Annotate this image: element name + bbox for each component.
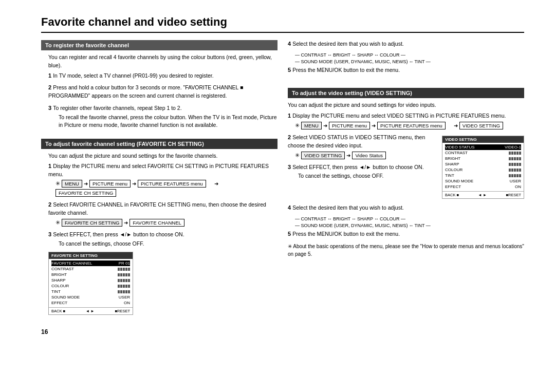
step-text-2: Press and hold a colour button for 3 sec… — [48, 84, 243, 99]
step-text-1: In TV mode, select a TV channel (PR01-99… — [53, 72, 213, 79]
screen-video-footer: BACK ■ ◄ ► ■RESET — [442, 191, 524, 198]
section-register-header: To register the favorite channel — [41, 40, 278, 50]
nav-path-2: ✳ FAVORITE CH SETTING ➜ FAVORITE CHANNEL — [55, 219, 278, 227]
screen-row-v-colour: COLOUR — [445, 167, 521, 173]
step-right-text-4a: Select the desired item that you wish to… — [292, 41, 404, 47]
step-right-4b: 4 Select the desired item that you wish … — [288, 204, 524, 212]
step-num-3: 3 — [48, 105, 51, 111]
fav-ch-setting-box2: FAVORITE CH SETTING — [62, 219, 122, 227]
section-fav-ch: To adjust favorite channel setting (FAVO… — [41, 139, 278, 318]
step-fav-num-1: 1 — [48, 163, 51, 169]
picture-menu-box-v: PICTURE menu — [329, 122, 370, 129]
page-title: Favorite channel and video setting — [41, 15, 524, 33]
screen-fav-body: FAVORITE CHANNEL PR 01 CONTRAST — [49, 259, 133, 307]
step-right-num-4a: 4 — [288, 41, 291, 47]
section-video: To adjust the video setting (VIDEO SETTI… — [288, 88, 524, 258]
step-right-num-5a: 5 — [288, 67, 291, 73]
step-fav-text-3b: To cancel the settings, choose OFF. — [59, 240, 144, 247]
screen-fav-ch: FAVORITE CH SETTING FAVORITE CHANNEL PR … — [48, 252, 133, 315]
step-fav-num-2: 2 — [48, 201, 51, 208]
menu-box-v: MENU — [301, 122, 322, 129]
star-v2: ✳ — [295, 152, 300, 159]
step-fav-3: 3 Select EFFECT, then press ◄/► button t… — [48, 231, 278, 248]
menu-box: MENU — [62, 180, 82, 188]
fav-ch-setting-box: FAVORITE CH SETTING — [55, 189, 116, 197]
screen-row-contrast: CONTRAST — [51, 266, 130, 272]
screen-fav-footer: BACK ■ ◄ ► ■RESET — [49, 307, 133, 314]
screen-row-bright: BRIGHT — [51, 272, 130, 277]
screen-video-title: VIDEO SETTING — [442, 136, 524, 143]
fav-channel-box: FAVORITE CHANNEL — [130, 219, 184, 227]
right-top-steps: 4 Select the desired item that you wish … — [288, 40, 524, 79]
screen-row-v-tint: TINT — [445, 173, 521, 178]
left-column: To register the favorite channel You can… — [41, 40, 278, 335]
video-setting-nav-box: VIDEO SETTING — [301, 152, 345, 159]
step-right-text-5a: Press the MENU/OK button to exit the men… — [292, 67, 400, 73]
video-setting-box: VIDEO SETTING — [459, 122, 503, 129]
step-register-2: 2 Press and hold a colour button for 3 s… — [48, 84, 278, 100]
step-video-num-1: 1 — [288, 113, 291, 119]
step-fav-2: 2 Select FAVORITE CHANNEL in FAVORITE CH… — [48, 201, 278, 227]
screen-row-sharp: SHARP — [51, 277, 130, 283]
nav-path-video-2: ✳ VIDEO SETTING ➜ Video Status — [295, 152, 435, 159]
nav-path-video-1: ✳ MENU ➜ PICTURE menu ➜ PICTURE FEATURES… — [295, 122, 524, 129]
screen-row-v-sharp: SHARP — [445, 161, 521, 167]
footnote: ✳ About the basic operations of the menu… — [288, 242, 524, 258]
step-text-3a: To register other favorite channels, rep… — [53, 105, 181, 111]
screen-row-v-bright: BRIGHT — [445, 156, 521, 161]
screen-row-fav-channel: FAVORITE CHANNEL PR 01 — [51, 260, 130, 266]
step-right-num-4b: 4 — [288, 204, 291, 211]
step-video-text-3b: To cancel the settings, choose OFF. — [298, 173, 383, 179]
right-column: 4 Select the desired item that you wish … — [288, 40, 524, 335]
screen-row-v-effect: EFFECT ON — [445, 184, 521, 190]
section-fav-ch-header: To adjust favorite channel setting (FAVO… — [41, 139, 278, 149]
step-register-1: 1 In TV mode, select a TV channel (PR01-… — [48, 72, 278, 80]
section-register-intro: You can register and recall 4 favorite c… — [48, 53, 278, 70]
contrast-line-bottom: — CONTRAST ↔ BRIGHT ↔ SHARP ↔ COLOUR — — [295, 216, 524, 221]
step-right-4a: 4 Select the desired item that you wish … — [288, 40, 524, 48]
screen-row-tint: TINT — [51, 289, 130, 294]
step-right-num-5b: 5 — [288, 231, 291, 237]
step-right-text-5b: Press the MENU/OK button to exit the men… — [292, 231, 400, 237]
sound-line-top: — SOUND MODE (USER, DYNAMIC, MUSIC, NEWS… — [295, 59, 524, 64]
screen-row-effect: EFFECT ON — [51, 300, 130, 306]
step-fav-1: 1 Display the PICTURE menu and select FA… — [48, 162, 278, 197]
step-video-2-container: VIDEO SETTING VIDEO STATUS VIDEO-1 CONTR… — [288, 134, 524, 201]
section-fav-ch-intro: You can adjust the picture and sound set… — [48, 152, 278, 160]
section-video-header: To adjust the video setting (VIDEO SETTI… — [288, 88, 524, 98]
step-fav-num-3: 3 — [48, 231, 51, 237]
step-num-1: 1 — [48, 72, 51, 79]
star-2: ✳ — [55, 219, 60, 226]
page-number: 16 — [41, 328, 278, 335]
picture-menu-box: PICTURE menu — [89, 180, 131, 188]
step-video-text-3a: Select EFFECT, then press ◄/► button to … — [292, 164, 423, 170]
step-video-num-2: 2 — [288, 134, 291, 140]
screen-row-v-contrast: CONTRAST — [445, 150, 521, 156]
screen-row-colour: COLOUR — [51, 283, 130, 289]
step-video-1: 1 Display the PICTURE menu and select VI… — [288, 112, 524, 129]
screen-fav-title: FAVORITE CH SETTING — [49, 252, 133, 259]
picture-features-box: PICTURE FEATURES menu — [138, 180, 206, 188]
step-video-text-1: Display the PICTURE menu and select VIDE… — [292, 113, 506, 119]
screen-row-v-sound: SOUND MODE USER — [445, 178, 521, 184]
screen-row-sound: SOUND MODE USER — [51, 294, 130, 300]
nav-path-1: ✳ MENU ➜ PICTURE menu ➜ PICTURE FEATURES… — [55, 180, 278, 197]
section-register: To register the favorite channel You can… — [41, 40, 278, 134]
step-num-2: 2 — [48, 84, 51, 90]
step-right-5a: 5 Press the MENU/OK button to exit the m… — [288, 66, 524, 74]
step-register-3: 3 To register other favorite channels, r… — [48, 104, 278, 129]
screen-row-video-status: VIDEO STATUS VIDEO-1 — [445, 144, 521, 150]
step-text-3b: To recall the favorite channel, press th… — [59, 114, 277, 128]
step-right-5b: 5 Press the MENU/OK button to exit the m… — [288, 230, 524, 238]
sound-line-bottom: — SOUND MODE (USER, DYNAMIC, MUSIC, NEWS… — [295, 223, 524, 228]
screen-video-body: VIDEO STATUS VIDEO-1 CONTRAST — [442, 143, 524, 191]
star-v1: ✳ — [295, 122, 300, 129]
section-video-intro: You can adjust the picture and sound set… — [288, 101, 524, 109]
step-video-num-3: 3 — [288, 164, 291, 170]
contrast-line-top: — CONTRAST ↔ BRIGHT ↔ SHARP ↔ COLOUR — — [295, 52, 524, 58]
screen-video: VIDEO SETTING VIDEO STATUS VIDEO-1 CONTR… — [442, 136, 524, 199]
star-1: ✳ — [55, 180, 60, 187]
step-fav-text-2: Select FAVORITE CHANNEL in FAVORITE CH S… — [48, 201, 266, 216]
video-status-box: Video Status — [352, 152, 386, 159]
step-fav-text-3a: Select EFFECT, then press ◄/► button to … — [53, 231, 184, 237]
